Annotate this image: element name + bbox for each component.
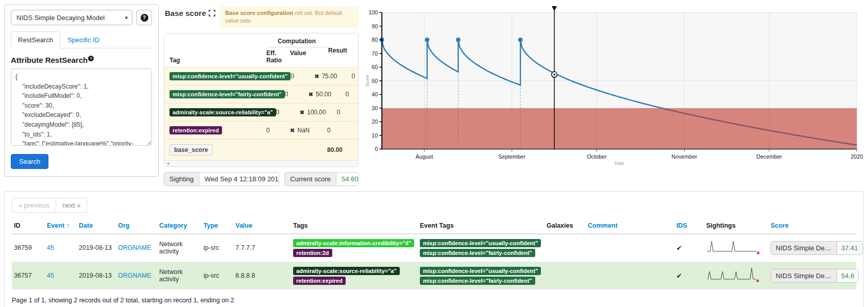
- tag-badge: retention:expired: [169, 126, 222, 134]
- event-tag-badge: misp:confidence-level="fairly-confident": [420, 249, 535, 257]
- org-link[interactable]: ORGNAME: [118, 272, 151, 279]
- expand-icon[interactable]: [209, 10, 215, 16]
- computation-value: NaN: [297, 127, 310, 134]
- decaying-model-selected-value: NIDS Simple Decaying Model: [16, 14, 105, 22]
- svg-text:October: October: [587, 154, 607, 160]
- tag-badge: admiralty-scale:source-reliability="a": [293, 267, 400, 275]
- base-score-total-row: base_score 80.00: [164, 139, 358, 160]
- col-eff-ratio: Eff. Ratio: [266, 49, 290, 64]
- event-tag-badge: misp:confidence-level="usually-confident…: [420, 239, 541, 247]
- event-link[interactable]: 45: [47, 244, 54, 251]
- col-event[interactable]: Event ↑: [45, 219, 77, 234]
- tab-specific-id[interactable]: Specific ID: [60, 31, 107, 48]
- pagination-summary: Page 1 of 1, showing 2 records out of 2 …: [12, 297, 856, 304]
- svg-text:50: 50: [371, 78, 378, 84]
- ids-check-icon: ✔: [676, 272, 682, 280]
- base-score-table: Tag Computation Eff. Ratio Value Result …: [164, 33, 359, 167]
- svg-text:100: 100: [368, 9, 378, 15]
- col-tags: Tags: [291, 219, 418, 234]
- cell-galaxies: [544, 234, 586, 262]
- col-id: ID: [12, 219, 45, 234]
- current-score-group: Current score 54.60: [284, 172, 359, 186]
- multiply-icon: ✖: [300, 109, 304, 115]
- chevron-down-icon: ▾: [125, 14, 128, 21]
- decay-score-chart[interactable]: 0102030405060708090100AugustSeptemberOct…: [364, 4, 864, 166]
- cell-type: ip-src: [201, 262, 233, 289]
- col-comment[interactable]: Comment: [586, 219, 674, 234]
- col-ids[interactable]: IDS: [674, 219, 704, 234]
- model-search-panel: NIDS Simple Decaying Model ▾ ? RestSearc…: [4, 4, 159, 177]
- tag-badge: admiralty-scale:information-credibility=…: [293, 239, 414, 247]
- question-icon: ?: [141, 14, 148, 22]
- svg-text:60: 60: [371, 64, 378, 70]
- attribute-row: 36759 45 2019-08-13 ORGNAME Network acti…: [12, 234, 856, 262]
- event-link[interactable]: 45: [47, 272, 54, 279]
- base-score-row: misp:confidence-level="usually-confident…: [164, 67, 358, 85]
- col-type[interactable]: Type: [201, 219, 233, 234]
- sighting-bar: Sighting Wed Sep 4 12:18:09 2019 Current…: [164, 172, 359, 186]
- result-value: 0: [327, 127, 353, 134]
- score-widget: NIDS Simple Decaying ... 54.6: [771, 269, 859, 283]
- decaying-model-select[interactable]: NIDS Simple Decaying Model ▾: [11, 10, 132, 25]
- tab-restsearch[interactable]: RestSearch: [11, 31, 60, 48]
- col-sightings: Sightings: [704, 219, 769, 234]
- col-org[interactable]: Org: [116, 219, 157, 234]
- computation-value: 50.00: [316, 91, 331, 98]
- decay-chart-svg: 0102030405060708090100AugustSeptemberOct…: [364, 4, 864, 166]
- col-date[interactable]: Date: [77, 219, 116, 234]
- multiply-icon: ✖: [309, 91, 313, 97]
- multiply-icon: ✖: [314, 73, 319, 79]
- tag-badge: admiralty-scale:source-reliability="a": [169, 108, 276, 116]
- svg-text:40: 40: [371, 91, 378, 97]
- svg-text:November: November: [672, 154, 697, 160]
- score-value: 54.6: [837, 269, 858, 282]
- previous-page-button[interactable]: « previous: [12, 198, 56, 213]
- svg-text:Date: Date: [615, 161, 624, 166]
- tag-badge: misp:confidence-level="usually-confident…: [169, 72, 291, 80]
- eff-ratio-value: 0: [266, 127, 290, 134]
- svg-text:90: 90: [371, 23, 378, 29]
- restsearch-query-input[interactable]: { "includeDecayScore": 1, "includeFullMo…: [11, 69, 152, 146]
- attribute-results-panel: « previous next » ID Event ↑ Date Org Ca…: [4, 191, 864, 307]
- score-widget: NIDS Simple Decaying ... 37.41: [771, 241, 863, 255]
- base-score-section: Base score Base score configuration not …: [164, 4, 359, 186]
- horizontal-scrollbar[interactable]: ◄: [164, 160, 358, 166]
- base-score-warning: Base score configuration not set. But de…: [220, 6, 359, 28]
- org-link[interactable]: ORGNAME: [118, 244, 151, 251]
- svg-text:70: 70: [371, 50, 378, 57]
- svg-text:80: 80: [371, 37, 378, 43]
- eff-ratio-value: 0: [285, 91, 309, 98]
- cell-value: 7.7.7.7: [233, 234, 291, 262]
- next-page-button[interactable]: next »: [56, 198, 87, 213]
- svg-text:Score: Score: [365, 75, 370, 87]
- current-score-value: 54.60: [336, 173, 359, 185]
- restsearch-heading-text: Attribute RestSearch: [11, 56, 88, 64]
- base-score-title: Base score: [165, 6, 215, 18]
- base-score-row: retention:expired 0 ✖NaN 0: [164, 121, 358, 139]
- help-button[interactable]: ?: [137, 10, 152, 25]
- cell-category: Network activity: [157, 262, 201, 289]
- sort-asc-icon: ↑: [66, 222, 70, 229]
- cell-comment: [586, 262, 674, 289]
- base-score-row: admiralty-scale:source-reliability="a" 0…: [164, 103, 358, 121]
- event-tag-badge: misp:confidence-level="fairly-confident": [420, 277, 535, 285]
- col-category[interactable]: Category: [157, 219, 201, 234]
- svg-text:2020: 2020: [850, 154, 863, 160]
- computation-value: 100.00: [307, 109, 326, 116]
- col-score[interactable]: Score: [769, 219, 856, 234]
- cell-comment: [586, 234, 674, 262]
- search-tabs: RestSearch Specific ID: [11, 31, 152, 48]
- svg-text:20: 20: [371, 118, 378, 125]
- cell-date: 2019-08-13: [77, 234, 116, 262]
- score-model-name: NIDS Simple Decaying ...: [771, 242, 837, 254]
- col-galaxies: Galaxies: [544, 219, 586, 234]
- eff-ratio-value: 0: [291, 73, 314, 80]
- search-button[interactable]: Search: [11, 154, 48, 169]
- col-value[interactable]: Value: [233, 219, 291, 234]
- base-score-row: misp:confidence-level="fairly-confident"…: [164, 85, 358, 103]
- multiply-icon: ✖: [290, 127, 295, 133]
- tag-badge: retention:expired: [293, 277, 346, 285]
- cell-type: ip-src: [201, 234, 233, 262]
- svg-text:August: August: [416, 154, 433, 160]
- col-event-label: Event: [47, 222, 64, 229]
